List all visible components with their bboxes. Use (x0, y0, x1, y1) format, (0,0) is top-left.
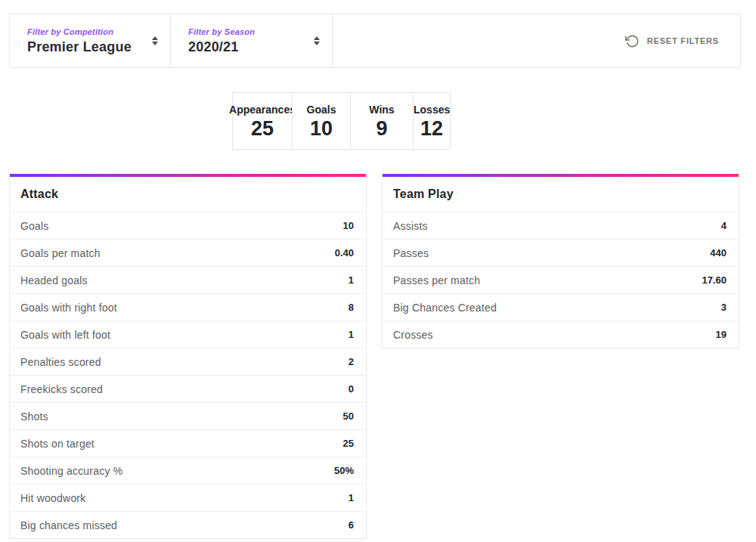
stat-row: Penalties scored 2 (10, 348, 366, 375)
stat-label: Freekicks scored (20, 383, 103, 395)
stat-row: Shots 50 (10, 402, 366, 429)
season-filter-label: Filter by Season (188, 27, 255, 36)
stat-value: 1 (349, 329, 354, 340)
summary-stat-cell: Appearances 25 (232, 92, 293, 150)
attack-stats-panel: Attack Goals 10 Goals per match 0.40 Hea… (9, 174, 367, 539)
summary-stat-label: Losses (414, 104, 450, 116)
chevron-up-down-icon (314, 36, 320, 45)
reset-filters-button[interactable]: RESET FILTERS (625, 34, 719, 48)
chevron-up-down-icon (152, 36, 158, 45)
stat-label: Big Chances Created (393, 302, 497, 314)
summary-stats: Appearances 25 Goals 10 Wins 9 Losses 12 (233, 92, 451, 150)
stat-label: Big chances missed (20, 519, 117, 531)
stat-value: 19 (716, 329, 727, 340)
stat-label: Passes per match (393, 274, 480, 286)
stat-value: 0 (349, 383, 354, 395)
stat-label: Crosses (393, 329, 433, 341)
stat-row: Big chances missed 6 (10, 511, 366, 538)
stat-value: 4 (721, 220, 727, 231)
summary-stat-value: 10 (310, 117, 333, 141)
stat-label: Passes (393, 247, 429, 259)
summary-stat-label: Goals (307, 104, 336, 116)
stat-value: 50% (334, 465, 354, 476)
competition-filter-dropdown[interactable]: Filter by Competition Premier League (10, 14, 171, 67)
stat-label: Goals per match (20, 247, 101, 259)
stat-value: 17.60 (702, 274, 727, 286)
season-filter-texts: Filter by Season 2020/21 (188, 27, 255, 55)
stat-label: Assists (393, 220, 428, 232)
stat-row: Crosses 19 (383, 321, 739, 348)
summary-stat-label: Appearances (229, 104, 296, 116)
stat-row: Freekicks scored 0 (10, 375, 366, 402)
attack-stats-list: Goals 10 Goals per match 0.40 Headed goa… (10, 212, 366, 538)
stat-label: Penalties scored (20, 356, 101, 368)
stat-value: 50 (343, 410, 354, 422)
stat-value: 1 (349, 274, 354, 286)
competition-filter-value: Premier League (27, 39, 132, 55)
stat-row: Goals 10 (10, 212, 366, 239)
summary-stat-cell: Losses 12 (413, 92, 451, 150)
season-filter-dropdown[interactable]: Filter by Season 2020/21 (171, 14, 333, 67)
stat-label: Goals (20, 220, 49, 232)
filter-bar: Filter by Competition Premier League Fil… (9, 14, 741, 68)
stat-label: Headed goals (20, 274, 88, 286)
stat-value: 2 (349, 356, 354, 367)
stat-row: Headed goals 1 (10, 266, 366, 293)
stat-row: Passes per match 17.60 (383, 266, 739, 293)
summary-stat-value: 9 (376, 117, 387, 141)
team-play-panel-title: Team Play (383, 177, 739, 212)
team-play-stats-list: Assists 4 Passes 440 Passes per match 17… (383, 212, 739, 348)
summary-stat-label: Wins (369, 104, 394, 116)
stat-row: Shots on target 25 (10, 429, 366, 457)
stat-label: Goals with right foot (20, 302, 117, 314)
reset-icon (625, 34, 640, 48)
stat-row: Shooting accuracy % 50% (10, 457, 366, 484)
stat-label: Hit woodwork (20, 492, 85, 504)
player-stats-page: Filter by Competition Premier League Fil… (0, 0, 756, 542)
stat-label: Shots on target (20, 438, 94, 450)
summary-stat-cell: Wins 9 (350, 92, 414, 150)
stat-value: 0.40 (335, 247, 354, 259)
summary-stat-cell: Goals 10 (292, 92, 351, 150)
stat-value: 6 (349, 519, 354, 531)
stat-value: 25 (343, 438, 354, 449)
attack-panel-title: Attack (10, 177, 366, 212)
stat-row: Goals per match 0.40 (10, 239, 366, 266)
stat-row: Big Chances Created 3 (383, 293, 739, 321)
stat-value: 8 (349, 302, 354, 313)
stat-label: Shooting accuracy % (20, 465, 122, 477)
stat-row: Assists 4 (383, 212, 739, 239)
stat-value: 3 (721, 302, 727, 313)
stat-label: Goals with left foot (20, 329, 110, 341)
competition-filter-label: Filter by Competition (27, 27, 132, 36)
season-filter-value: 2020/21 (188, 39, 255, 55)
stat-row: Passes 440 (383, 239, 739, 266)
stat-row: Hit woodwork 1 (10, 484, 366, 511)
summary-stat-value: 12 (420, 117, 443, 141)
team-play-stats-panel: Team Play Assists 4 Passes 440 Passes pe… (382, 174, 739, 348)
summary-stat-value: 25 (251, 117, 274, 141)
stat-value: 1 (349, 492, 354, 503)
stat-value: 440 (710, 247, 727, 259)
reset-filters-label: RESET FILTERS (647, 36, 719, 45)
filter-bar-spacer (333, 14, 625, 67)
stat-value: 10 (343, 220, 354, 231)
stat-label: Shots (20, 410, 48, 423)
competition-filter-texts: Filter by Competition Premier League (27, 27, 132, 55)
stat-row: Goals with right foot 8 (10, 293, 366, 321)
stat-row: Goals with left foot 1 (10, 321, 366, 348)
